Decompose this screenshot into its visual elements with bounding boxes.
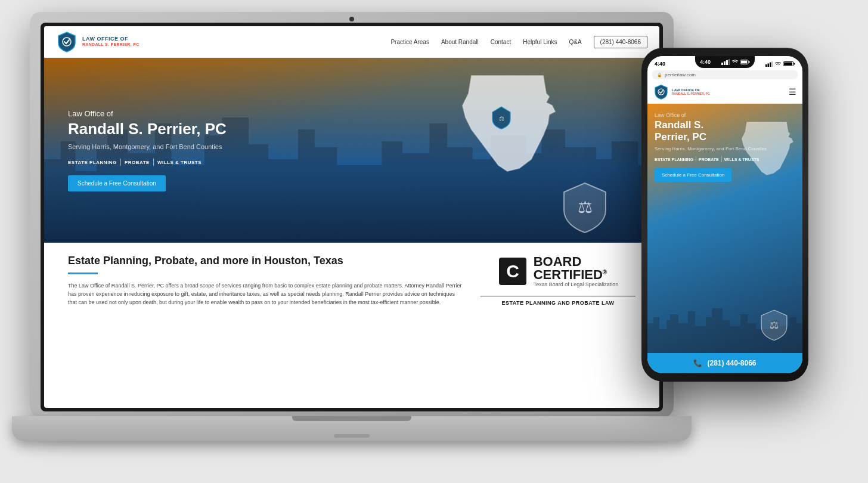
nav-link-qa[interactable]: Q&A: [569, 39, 581, 45]
phone-status-right: [765, 61, 795, 67]
phone-nav-bottom: RANDALL S. PERRIER, PC: [672, 92, 710, 95]
phone-cta-button[interactable]: Schedule a Free Consultation: [655, 168, 731, 182]
content-left: Estate Planning, Probate, and more in Ho…: [68, 255, 463, 307]
logo-shield-icon: [56, 31, 78, 52]
board-text: BOARD: [534, 255, 619, 268]
nav-phone[interactable]: (281) 440-8066: [594, 36, 647, 48]
phone-tag-divider2: [721, 156, 722, 162]
hero-content: Law Office of Randall S. Perrier, PC Ser…: [44, 91, 250, 210]
phone-signal-icon: [765, 61, 773, 67]
hero-cta-button[interactable]: Schedule a Free Consultation: [68, 175, 166, 191]
phone-logo-shield-icon: [653, 84, 669, 100]
nav-link-contact[interactable]: Contact: [491, 39, 511, 45]
svg-rect-18: [429, 123, 447, 243]
nav-link-practice[interactable]: Practice Areas: [390, 39, 429, 45]
svg-rect-11: [247, 144, 268, 243]
svg-rect-57: [721, 320, 730, 353]
nav-link-helpful[interactable]: Helpful Links: [523, 39, 557, 45]
phone-texas-icon: [734, 116, 799, 181]
phone-nav-logo: LAW OFFICE OF RANDALL S. PERRIER, PC: [653, 84, 710, 100]
laptop-device: LAW OFFICE OF RANDALL S. PERRIER, PC Pra…: [30, 12, 674, 441]
phone-nav-logo-text: LAW OFFICE OF RANDALL S. PERRIER, PC: [672, 88, 710, 95]
svg-rect-35: [728, 59, 730, 65]
svg-rect-38: [749, 61, 750, 63]
board-sub-text: Texas Board of Legal Specialization: [534, 281, 619, 287]
phone-screen: 4:40: [647, 56, 802, 373]
content-divider: [68, 273, 98, 274]
svg-rect-13: [298, 129, 315, 243]
hero-tag-wills: WILLS & TRUSTS: [157, 160, 202, 165]
board-divider: [480, 296, 636, 296]
nav-link-about[interactable]: About Randall: [441, 39, 479, 45]
phone-bottom-bar[interactable]: 📞 (281) 440-8066: [647, 353, 802, 373]
hamburger-icon[interactable]: ☰: [789, 87, 796, 97]
phone-notch-time: 4:40: [700, 59, 711, 65]
content-body: The Law Office of Randall S. Perrier, PC…: [68, 281, 463, 307]
hero-tag-divider1: [120, 159, 121, 166]
signal-icon: [721, 59, 730, 65]
phone-tag-probate: PROBATE: [699, 157, 719, 162]
board-bottom-text: ESTATE PLANNING AND PROBATE LAW: [501, 300, 614, 306]
svg-rect-32: [721, 63, 723, 65]
laptop-bezel: LAW OFFICE OF RANDALL S. PERRIER, PC Pra…: [41, 23, 663, 411]
phone-status-time: 4:40: [655, 61, 665, 67]
svg-rect-65: [795, 323, 802, 353]
svg-rect-12: [267, 159, 299, 243]
hero-title: Randall S. Perrier, PC: [68, 120, 227, 138]
svg-rect-52: [677, 323, 689, 353]
phone-nav: LAW OFFICE OF RANDALL S. PERRIER, PC ☰: [647, 80, 802, 104]
svg-rect-15: [336, 165, 383, 243]
svg-rect-51: [670, 314, 678, 353]
content-right: C BOARD CERTIFIED® Texas Board of Legal …: [480, 255, 636, 307]
svg-rect-56: [712, 308, 723, 353]
board-certified-logo: C BOARD CERTIFIED® Texas Board of Legal …: [498, 255, 619, 287]
hero-shield-icon: ⚖: [558, 180, 612, 234]
svg-rect-60: [746, 323, 756, 353]
content-title: Estate Planning, Probate, and more in Ho…: [68, 255, 463, 268]
svg-rect-44: [784, 63, 792, 66]
wifi-icon: [731, 59, 739, 65]
svg-rect-42: [772, 61, 773, 67]
board-certified-text: BOARD CERTIFIED® Texas Board of Legal Sp…: [534, 255, 619, 287]
logo-bottom-text: RANDALL S. PERRIER, PC: [82, 42, 140, 47]
svg-rect-40: [768, 63, 770, 67]
certified-text: CERTIFIED®: [534, 268, 619, 281]
laptop-notch: [334, 434, 370, 438]
hero-subtitle: Law Office of: [68, 109, 227, 118]
svg-rect-34: [726, 60, 728, 65]
battery-icon: [740, 59, 750, 65]
laptop-outer: LAW OFFICE OF RANDALL S. PERRIER, PC Pra…: [30, 12, 674, 417]
hero-tag-divider2: [153, 159, 154, 166]
phone-call-icon: 📞: [693, 359, 702, 367]
svg-rect-26: [612, 141, 638, 243]
hero-tag-probate: PROBATE: [125, 160, 150, 165]
phone-notch: 4:40: [695, 56, 755, 68]
nav-links: Practice Areas About Randall Contact Hel…: [390, 36, 647, 48]
svg-rect-54: [694, 326, 707, 353]
svg-rect-45: [794, 63, 795, 65]
phone-call-number: (281) 440-8066: [707, 359, 756, 367]
scene: LAW OFFICE OF RANDALL S. PERRIER, PC Pra…: [0, 0, 868, 483]
laptop-webcam: [349, 17, 354, 21]
texas-outline-icon: ⚖: [448, 64, 567, 183]
phone-status-icons: [721, 59, 750, 65]
svg-rect-16: [382, 141, 402, 243]
svg-rect-17: [401, 153, 430, 243]
laptop-screen: LAW OFFICE OF RANDALL S. PERRIER, PC Pra…: [44, 26, 659, 408]
phone-hero: Law Office of Randall S. Perrier, PC Ser…: [647, 104, 802, 353]
phone-address-text: perrierlaw.com: [665, 72, 696, 78]
svg-rect-49: [658, 329, 668, 353]
site-nav: LAW OFFICE OF RANDALL S. PERRIER, PC Pra…: [44, 26, 659, 58]
svg-text:⚖: ⚖: [499, 115, 504, 122]
phone-outer: 4:40: [641, 48, 808, 382]
site-logo-text: LAW OFFICE OF RANDALL S. PERRIER, PC: [82, 36, 140, 47]
svg-rect-39: [765, 64, 767, 67]
board-certified-icon: C: [498, 256, 528, 286]
site-content: Estate Planning, Probate, and more in Ho…: [44, 243, 659, 319]
svg-rect-37: [741, 61, 747, 64]
phone-hero-shield-icon: ⚖: [758, 308, 790, 341]
laptop-base: [12, 416, 692, 441]
phone-address-bar: 🔒 perrierlaw.com: [652, 70, 798, 79]
svg-text:C: C: [506, 261, 519, 281]
phone-tag-divider1: [696, 156, 696, 162]
